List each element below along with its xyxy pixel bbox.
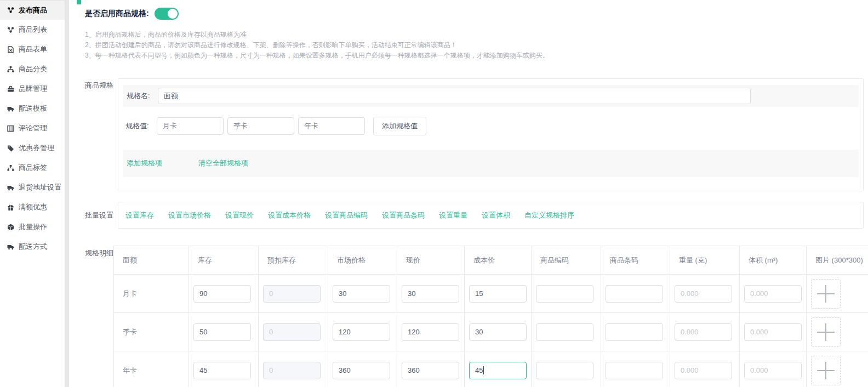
spec-enable-row: 是否启用商品规格: (85, 8, 179, 20)
column-header: 现价 (397, 246, 465, 274)
weight-input[interactable] (675, 285, 732, 303)
batch-section-label: 批量设置 (85, 210, 113, 220)
sidebar-item-label: 配送模板 (19, 104, 47, 113)
add-spec-value-button[interactable]: 添加规格值 (373, 117, 426, 135)
column-header: 商品编码 (532, 246, 601, 274)
spec-links-row: 添加规格项 清空全部规格项 (123, 150, 859, 177)
stock-input[interactable] (193, 323, 251, 341)
current-price-input[interactable] (402, 362, 459, 379)
custom-spec-sort-link[interactable]: 自定义规格排序 (524, 210, 574, 220)
batch-panel: 设置库存 设置市场价格 设置现价 设置成本价格 设置商品编码 设置商品条码 设置… (118, 202, 864, 229)
sidebar-item-coupon-management[interactable]: 优惠券管理 (0, 138, 65, 158)
cost-price-input[interactable] (469, 285, 527, 303)
set-stock-link[interactable]: 设置库存 (125, 210, 154, 220)
truck-icon (7, 105, 14, 112)
product-code-input[interactable] (536, 362, 593, 379)
current-price-input[interactable] (402, 285, 459, 303)
market-price-input[interactable] (333, 323, 390, 341)
spec-value-input[interactable] (298, 117, 365, 135)
sidebar-item-comment-management[interactable]: 评论管理 (0, 118, 65, 138)
sidebar-item-label: 配送方式 (19, 242, 47, 252)
market-price-input[interactable] (333, 285, 390, 303)
set-current-price-link[interactable]: 设置现价 (225, 210, 254, 220)
detail-section-label: 规格明细 (85, 248, 113, 258)
sidebar-item-publish-product[interactable]: 发布商品 (0, 0, 65, 20)
spec-row-name: 季卡 (123, 327, 137, 337)
truck-icon (7, 184, 14, 191)
sidebar-item-label: 商品列表 (19, 25, 47, 35)
set-product-code-link[interactable]: 设置商品编码 (325, 210, 368, 220)
spec-values-label: 规格值: (125, 121, 157, 131)
sidebar-item-batch-operations[interactable]: 批量操作 (0, 217, 65, 237)
set-volume-link[interactable]: 设置体积 (482, 210, 510, 220)
hold-stock-input (263, 323, 321, 341)
cost-price-input-focused[interactable]: 45 (469, 362, 527, 379)
market-price-input[interactable] (333, 362, 390, 379)
weight-input[interactable] (675, 323, 732, 341)
sidebar-item-product-form[interactable]: 商品表单 (0, 39, 65, 59)
column-header: 重量 (克) (670, 246, 740, 274)
volume-input[interactable] (744, 285, 802, 303)
note-line: 1、启用商品规格后，商品的价格及库存以商品规格为准 (85, 30, 549, 40)
barcode-input[interactable] (606, 323, 663, 341)
table-row: 年卡 45 (114, 351, 868, 387)
stock-input[interactable] (193, 285, 251, 303)
image-upload-button[interactable] (811, 317, 841, 347)
sidebar-item-label: 优惠券管理 (19, 143, 54, 153)
spec-row-name: 月卡 (123, 289, 137, 299)
sidebar-item-delivery-method[interactable]: 配送方式 (0, 237, 65, 257)
cost-price-input[interactable] (469, 323, 527, 341)
column-header: 预扣库存 (259, 246, 328, 274)
set-weight-link[interactable]: 设置重量 (439, 210, 467, 220)
column-header: 面额 (114, 246, 189, 274)
set-barcode-link[interactable]: 设置商品条码 (382, 210, 425, 220)
current-price-input[interactable] (402, 323, 459, 341)
hold-stock-input (263, 362, 321, 379)
clear-all-spec-link[interactable]: 清空全部规格项 (198, 158, 248, 168)
set-cost-price-link[interactable]: 设置成本价格 (268, 210, 311, 220)
upload-plus-icon (825, 362, 826, 379)
spec-value-input[interactable] (157, 117, 224, 135)
box-icon (7, 224, 14, 231)
sidebar-item-label: 评论管理 (19, 123, 47, 133)
barcode-input[interactable] (606, 285, 663, 303)
column-header: 库存 (189, 246, 259, 274)
briefcase-icon (7, 86, 14, 93)
sidebar-item-label: 批量操作 (19, 222, 47, 232)
tab-indicator (77, 0, 81, 4)
text-cursor (483, 366, 484, 374)
sidebar-item-label: 商品表单 (19, 44, 47, 54)
sidebar-item-label: 商品分类 (19, 64, 47, 74)
spec-enable-toggle[interactable] (155, 8, 179, 20)
volume-input[interactable] (744, 323, 802, 341)
spec-notes: 1、启用商品规格后，商品的价格及库存以商品规格为准 2、拼团活动创建后的商品，请… (85, 30, 549, 61)
stock-input[interactable] (193, 362, 251, 379)
sidebar-item-product-list[interactable]: 商品列表 (0, 20, 65, 39)
sidebar-item-full-amount-discount[interactable]: 满额优惠 (0, 197, 65, 217)
sidebar-divider (65, 0, 69, 387)
spec-values-row: 规格值: 添加规格值 (125, 117, 426, 135)
product-code-input[interactable] (536, 285, 593, 303)
spec-name-row: 规格名: (123, 85, 859, 107)
volume-input[interactable] (744, 362, 802, 379)
image-upload-button[interactable] (811, 356, 841, 385)
sidebar-item-product-tags[interactable]: 商品标签 (0, 158, 65, 178)
add-spec-item-link[interactable]: 添加规格项 (127, 158, 162, 168)
sidebar-item-label: 品牌管理 (19, 84, 47, 94)
spec-value-input[interactable] (227, 117, 294, 135)
weight-input[interactable] (675, 362, 732, 379)
table-icon (7, 125, 14, 132)
sidebar-item-brand-management[interactable]: 品牌管理 (0, 79, 65, 99)
share-icon (7, 7, 14, 14)
product-code-input[interactable] (536, 323, 593, 341)
sidebar-item-delivery-template[interactable]: 配送模板 (0, 99, 65, 118)
spec-name-input[interactable] (158, 88, 751, 104)
barcode-input[interactable] (606, 362, 663, 379)
sidebar-item-product-category[interactable]: 商品分类 (0, 59, 65, 79)
sidebar-item-return-address-settings[interactable]: 退货地址设置 (0, 178, 65, 197)
set-market-price-link[interactable]: 设置市场价格 (168, 210, 211, 220)
image-upload-button[interactable] (811, 279, 841, 309)
table-row: 月卡 (114, 275, 868, 313)
sidebar: 发布商品 商品列表 商品表单 商品分类 品牌管理 配送模板 评论管理 优惠券管理… (0, 0, 65, 387)
spec-name-label: 规格名: (127, 91, 158, 101)
